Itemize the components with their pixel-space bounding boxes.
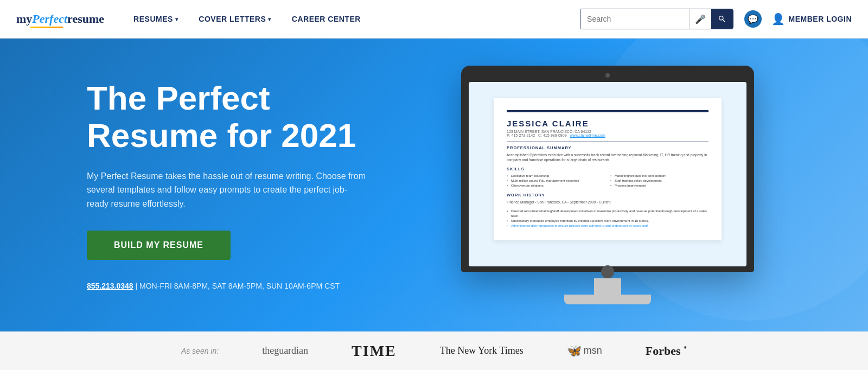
logo-my: my bbox=[16, 12, 32, 25]
forbes-logo: Forbes * bbox=[646, 344, 687, 358]
monitor: JESSICA CLAIRE 123 MAIN STREET, SAN FRAN… bbox=[461, 66, 754, 304]
header-actions: 💬 👤 MEMBER LOGIN bbox=[744, 10, 852, 28]
msn-logo: 🦋msn bbox=[567, 344, 602, 358]
hero-title: The Perfect Resume for 2021 bbox=[87, 80, 391, 154]
header: myPerfectresume RESUMES ▾ COVER LETTERS … bbox=[0, 0, 868, 39]
time-logo: TIME bbox=[352, 342, 397, 360]
as-seen-label: As seen in: bbox=[181, 347, 219, 355]
resume-work-title: WORK HISTORY bbox=[507, 193, 709, 197]
nav-resumes[interactable]: RESUMES ▾ bbox=[126, 0, 186, 39]
chat-button[interactable]: 💬 bbox=[744, 10, 762, 28]
mic-icon: 🎤 bbox=[695, 14, 706, 24]
logo-perfect: Perfect bbox=[32, 12, 67, 25]
search-icon bbox=[718, 15, 726, 23]
monitor-frame: JESSICA CLAIRE 123 MAIN STREET, SAN FRAN… bbox=[461, 66, 754, 272]
monitor-screen: JESSICA CLAIRE 123 MAIN STREET, SAN FRAN… bbox=[469, 82, 746, 266]
search-bar: 🎤 bbox=[580, 9, 733, 29]
chevron-down-icon: ▾ bbox=[268, 16, 271, 22]
msn-butterfly-icon: 🦋 bbox=[567, 344, 582, 358]
resume-skills-cols: Executive team leadership Multi-million … bbox=[507, 174, 709, 188]
hero-section: The Perfect Resume for 2021 My Perfect R… bbox=[0, 39, 868, 331]
resume-topbar bbox=[507, 110, 709, 112]
logo-resume: resume bbox=[67, 12, 104, 25]
resume-work-company: Finance Manager - San Francisco, CA - Se… bbox=[507, 200, 709, 205]
phone-number[interactable]: 855.213.0348 bbox=[87, 282, 133, 290]
user-icon: 👤 bbox=[771, 12, 786, 25]
monitor-power-button bbox=[601, 265, 614, 278]
mic-button[interactable]: 🎤 bbox=[689, 9, 711, 29]
chat-icon: 💬 bbox=[748, 14, 758, 24]
logo-underline bbox=[30, 27, 63, 28]
resume-name: JESSICA CLAIRE bbox=[507, 119, 709, 128]
hero-content: The Perfect Resume for 2021 My Perfect R… bbox=[87, 80, 391, 290]
monitor-stand-neck bbox=[594, 278, 621, 295]
resume-summary-text: Accomplished Operations executive with a… bbox=[507, 152, 709, 162]
hero-image: JESSICA CLAIRE 123 MAIN STREET, SAN FRAN… bbox=[391, 66, 825, 304]
main-nav: RESUMES ▾ COVER LETTERS ▾ CAREER CENTER bbox=[126, 0, 580, 39]
search-input[interactable] bbox=[580, 9, 689, 29]
business-hours: | MON-FRI 8AM-8PM, SAT 8AM-5PM, SUN 10AM… bbox=[136, 282, 340, 290]
logo[interactable]: myPerfectresume bbox=[16, 12, 104, 26]
resume-contact: 123 MAIN STREET, SAN FRANCISCO, CA 94122… bbox=[507, 130, 709, 137]
footer-logos: As seen in: theguardian TIME The New Yor… bbox=[0, 331, 868, 370]
search-button[interactable] bbox=[711, 9, 733, 29]
monitor-camera bbox=[605, 73, 610, 78]
nav-cover-letters[interactable]: COVER LETTERS ▾ bbox=[191, 0, 278, 39]
nav-career-center[interactable]: CAREER CENTER bbox=[284, 0, 368, 39]
chevron-down-icon: ▾ bbox=[175, 16, 178, 22]
phone-info: 855.213.0348 | MON-FRI 8AM-8PM, SAT 8AM-… bbox=[87, 282, 391, 290]
resume-paper: JESSICA CLAIRE 123 MAIN STREET, SAN FRAN… bbox=[494, 98, 722, 240]
resume-summary-title: PROFESSIONAL SUMMARY bbox=[507, 145, 709, 150]
resume-skills-title: SKILLS bbox=[507, 167, 709, 171]
guardian-logo: theguardian bbox=[262, 345, 308, 356]
resume-divider bbox=[507, 142, 709, 142]
hero-description: My Perfect Resume takes the hassle out o… bbox=[87, 169, 369, 211]
member-login-button[interactable]: 👤 MEMBER LOGIN bbox=[771, 12, 852, 25]
monitor-stand-base bbox=[564, 295, 651, 304]
nyt-logo: The New York Times bbox=[440, 345, 524, 356]
build-resume-button[interactable]: BUILD MY RESUME bbox=[87, 231, 231, 260]
